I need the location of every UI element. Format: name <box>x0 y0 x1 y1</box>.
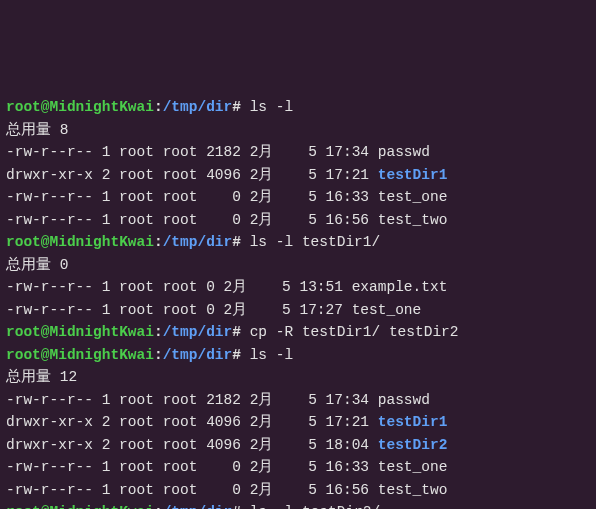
prompt-user: root <box>6 324 41 340</box>
file-name: passwd <box>378 392 430 408</box>
file-name: test_one <box>378 189 448 205</box>
prompt-user: root <box>6 234 41 250</box>
prompt-colon: : <box>154 504 163 509</box>
command-text: cp -R testDir1/ testDir2 <box>250 324 459 340</box>
prompt-at: @ <box>41 347 50 363</box>
prompt-host: MidnightKwai <box>50 324 154 340</box>
prompt-at: @ <box>41 234 50 250</box>
file-name: test_two <box>378 212 448 228</box>
listing-row: drwxr-xr-x 2 root root 4096 2月 5 17:21 t… <box>6 411 590 434</box>
listing-row: -rw-r--r-- 1 root root 2182 2月 5 17:34 p… <box>6 141 590 164</box>
file-name: testDir1 <box>378 414 448 430</box>
file-name: testDir2 <box>378 437 448 453</box>
file-name: testDir1 <box>378 167 448 183</box>
command-line: root@MidnightKwai:/tmp/dir# cp -R testDi… <box>6 321 590 344</box>
command-line: root@MidnightKwai:/tmp/dir# ls -l testDi… <box>6 231 590 254</box>
prompt-hash: # <box>232 347 241 363</box>
listing-row: -rw-r--r-- 1 root root 0 2月 5 16:56 test… <box>6 479 590 502</box>
listing-row: -rw-r--r-- 1 root root 2182 2月 5 17:34 p… <box>6 389 590 412</box>
total-line: 总用量 0 <box>6 254 590 277</box>
command-line: root@MidnightKwai:/tmp/dir# ls -l testDi… <box>6 501 590 509</box>
listing-row: drwxr-xr-x 2 root root 4096 2月 5 18:04 t… <box>6 434 590 457</box>
listing-row: drwxr-xr-x 2 root root 4096 2月 5 17:21 t… <box>6 164 590 187</box>
prompt-user: root <box>6 347 41 363</box>
command-text: ls -l testDir1/ <box>250 234 381 250</box>
prompt-at: @ <box>41 504 50 509</box>
file-name: passwd <box>378 144 430 160</box>
prompt-user: root <box>6 99 41 115</box>
prompt-colon: : <box>154 99 163 115</box>
prompt-at: @ <box>41 99 50 115</box>
prompt-host: MidnightKwai <box>50 99 154 115</box>
command-text: ls -l <box>250 99 294 115</box>
listing-row: -rw-r--r-- 1 root root 0 2月 5 16:33 test… <box>6 186 590 209</box>
file-name: test_one <box>352 302 422 318</box>
prompt-at: @ <box>41 324 50 340</box>
terminal-output[interactable]: root@MidnightKwai:/tmp/dir# ls -l总用量 8-r… <box>6 96 590 509</box>
prompt-colon: : <box>154 234 163 250</box>
prompt-path: /tmp/dir <box>163 234 233 250</box>
total-line: 总用量 12 <box>6 366 590 389</box>
prompt-path: /tmp/dir <box>163 324 233 340</box>
listing-row: -rw-r--r-- 1 root root 0 2月 5 13:51 exam… <box>6 276 590 299</box>
prompt-host: MidnightKwai <box>50 347 154 363</box>
prompt-path: /tmp/dir <box>163 347 233 363</box>
total-line: 总用量 8 <box>6 119 590 142</box>
file-name: test_two <box>378 482 448 498</box>
file-name: example.txt <box>352 279 448 295</box>
command-text: ls -l testDir2/ <box>250 504 381 509</box>
prompt-path: /tmp/dir <box>163 504 233 509</box>
command-line: root@MidnightKwai:/tmp/dir# ls -l <box>6 344 590 367</box>
prompt-hash: # <box>232 99 241 115</box>
listing-row: -rw-r--r-- 1 root root 0 2月 5 17:27 test… <box>6 299 590 322</box>
command-line: root@MidnightKwai:/tmp/dir# ls -l <box>6 96 590 119</box>
prompt-user: root <box>6 504 41 509</box>
prompt-hash: # <box>232 324 241 340</box>
prompt-host: MidnightKwai <box>50 504 154 509</box>
prompt-host: MidnightKwai <box>50 234 154 250</box>
prompt-colon: : <box>154 324 163 340</box>
listing-row: -rw-r--r-- 1 root root 0 2月 5 16:56 test… <box>6 209 590 232</box>
prompt-colon: : <box>154 347 163 363</box>
file-name: test_one <box>378 459 448 475</box>
prompt-path: /tmp/dir <box>163 99 233 115</box>
prompt-hash: # <box>232 504 241 509</box>
prompt-hash: # <box>232 234 241 250</box>
command-text: ls -l <box>250 347 294 363</box>
listing-row: -rw-r--r-- 1 root root 0 2月 5 16:33 test… <box>6 456 590 479</box>
